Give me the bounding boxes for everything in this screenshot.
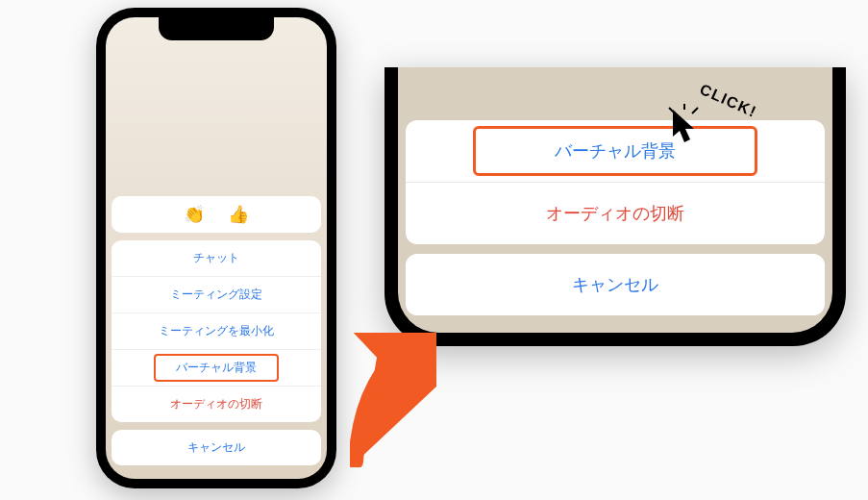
cancel-card-zoom: キャンセル — [406, 254, 825, 315]
menu-card: チャット ミーティング設定 ミーティングを最小化 バーチャル背景 オーディオの切… — [112, 240, 321, 422]
cancel-button-zoom[interactable]: キャンセル — [406, 254, 825, 315]
reaction-clap[interactable]: 👏 — [184, 204, 205, 225]
phone-zoom-screen: バーチャル背景 オーディオの切断 キャンセル — [398, 67, 832, 333]
curved-arrow-icon — [350, 333, 436, 467]
phone-small-screen: 👏 👍 チャット ミーティング設定 ミーティングを最小化 バーチャル背景 オーデ… — [106, 17, 327, 479]
action-sheet-zoom: バーチャル背景 オーディオの切断 キャンセル — [406, 120, 825, 325]
menu-meeting-settings[interactable]: ミーティング設定 — [112, 276, 321, 312]
phone-mockup-small: 👏 👍 チャット ミーティング設定 ミーティングを最小化 バーチャル背景 オーデ… — [96, 8, 336, 488]
menu-card-zoom: バーチャル背景 オーディオの切断 — [406, 120, 825, 244]
reactions-card: 👏 👍 — [112, 196, 321, 233]
action-sheet: 👏 👍 チャット ミーティング設定 ミーティングを最小化 バーチャル背景 オーデ… — [112, 196, 321, 473]
reaction-thumbsup[interactable]: 👍 — [228, 204, 249, 225]
phone-notch — [159, 17, 274, 40]
cancel-button[interactable]: キャンセル — [112, 430, 321, 465]
menu-disconnect-audio[interactable]: オーディオの切断 — [112, 386, 321, 422]
menu-chat[interactable]: チャット — [112, 240, 321, 276]
menu-virtual-background[interactable]: バーチャル背景 — [112, 349, 321, 386]
phone-mockup-zoom: バーチャル背景 オーディオの切断 キャンセル — [384, 67, 846, 346]
menu-minimize-meeting[interactable]: ミーティングを最小化 — [112, 312, 321, 349]
menu-disconnect-audio-zoom[interactable]: オーディオの切断 — [406, 182, 825, 244]
cancel-card: キャンセル — [112, 430, 321, 465]
menu-virtual-background-zoom[interactable]: バーチャル背景 — [406, 120, 825, 182]
